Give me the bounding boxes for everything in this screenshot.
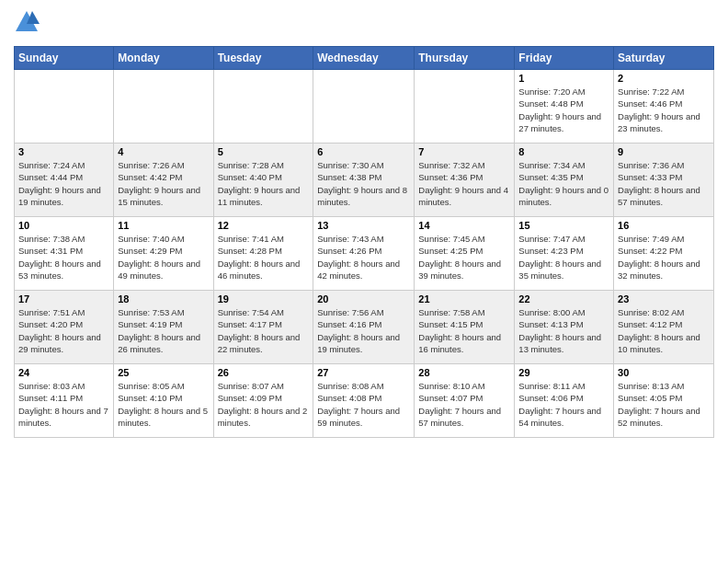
calendar-cell [114,70,213,144]
calendar-cell: 28Sunrise: 8:10 AM Sunset: 4:07 PM Dayli… [415,364,515,438]
day-number: 17 [18,293,109,304]
logo [14,9,43,39]
day-number: 11 [118,220,209,231]
day-info: Sunrise: 7:26 AM Sunset: 4:42 PM Dayligh… [118,159,209,208]
calendar-cell: 5Sunrise: 7:28 AM Sunset: 4:40 PM Daylig… [213,144,313,217]
day-number: 30 [618,367,710,378]
calendar-cell: 13Sunrise: 7:43 AM Sunset: 4:26 PM Dayli… [313,217,415,291]
calendar-cell: 6Sunrise: 7:30 AM Sunset: 4:38 PM Daylig… [313,144,415,217]
calendar-cell: 1Sunrise: 7:20 AM Sunset: 4:48 PM Daylig… [515,70,614,144]
calendar-cell: 29Sunrise: 8:11 AM Sunset: 4:06 PM Dayli… [515,364,614,438]
day-of-week-header: Friday [515,47,614,70]
day-number: 22 [518,293,609,304]
day-number: 26 [218,367,310,378]
day-info: Sunrise: 7:38 AM Sunset: 4:31 PM Dayligh… [18,233,109,282]
day-number: 16 [618,220,710,231]
day-number: 7 [418,146,510,157]
day-info: Sunrise: 7:53 AM Sunset: 4:19 PM Dayligh… [118,306,209,355]
day-number: 8 [518,146,609,157]
day-info: Sunrise: 8:11 AM Sunset: 4:06 PM Dayligh… [518,380,609,429]
day-info: Sunrise: 8:10 AM Sunset: 4:07 PM Dayligh… [418,380,510,429]
day-info: Sunrise: 7:47 AM Sunset: 4:23 PM Dayligh… [518,233,609,282]
day-number: 14 [418,220,510,231]
calendar-cell: 24Sunrise: 8:03 AM Sunset: 4:11 PM Dayli… [15,364,114,438]
day-info: Sunrise: 8:02 AM Sunset: 4:12 PM Dayligh… [618,306,710,355]
calendar-cell: 26Sunrise: 8:07 AM Sunset: 4:09 PM Dayli… [213,364,313,438]
calendar-cell: 30Sunrise: 8:13 AM Sunset: 4:05 PM Dayli… [614,364,714,438]
day-of-week-header: Saturday [614,47,714,70]
calendar-cell: 27Sunrise: 8:08 AM Sunset: 4:08 PM Dayli… [313,364,415,438]
day-number: 25 [118,367,209,378]
day-of-week-header: Monday [114,47,213,70]
calendar-week-row: 3Sunrise: 7:24 AM Sunset: 4:44 PM Daylig… [15,144,714,217]
calendar-week-row: 1Sunrise: 7:20 AM Sunset: 4:48 PM Daylig… [15,70,714,144]
calendar-week-row: 24Sunrise: 8:03 AM Sunset: 4:11 PM Dayli… [15,364,714,438]
day-info: Sunrise: 7:43 AM Sunset: 4:26 PM Dayligh… [317,233,410,282]
day-number: 21 [418,293,510,304]
calendar-cell: 2Sunrise: 7:22 AM Sunset: 4:46 PM Daylig… [614,70,714,144]
calendar-cell: 17Sunrise: 7:51 AM Sunset: 4:20 PM Dayli… [15,291,114,364]
calendar-cell: 23Sunrise: 8:02 AM Sunset: 4:12 PM Dayli… [614,291,714,364]
calendar-table: SundayMondayTuesdayWednesdayThursdayFrid… [14,46,714,438]
day-info: Sunrise: 7:32 AM Sunset: 4:36 PM Dayligh… [418,159,510,208]
day-info: Sunrise: 7:41 AM Sunset: 4:28 PM Dayligh… [218,233,310,282]
day-number: 15 [518,220,609,231]
calendar-cell: 18Sunrise: 7:53 AM Sunset: 4:19 PM Dayli… [114,291,213,364]
day-info: Sunrise: 7:49 AM Sunset: 4:22 PM Dayligh… [618,233,710,282]
day-info: Sunrise: 7:34 AM Sunset: 4:35 PM Dayligh… [518,159,609,208]
calendar-cell: 25Sunrise: 8:05 AM Sunset: 4:10 PM Dayli… [114,364,213,438]
day-of-week-header: Wednesday [313,47,415,70]
day-info: Sunrise: 7:54 AM Sunset: 4:17 PM Dayligh… [218,306,310,355]
day-number: 10 [18,220,109,231]
day-number: 27 [317,367,410,378]
calendar-cell: 15Sunrise: 7:47 AM Sunset: 4:23 PM Dayli… [515,217,614,291]
calendar-cell [313,70,415,144]
page-container: SundayMondayTuesdayWednesdayThursdayFrid… [0,0,728,563]
day-number: 24 [18,367,109,378]
calendar-cell: 11Sunrise: 7:40 AM Sunset: 4:29 PM Dayli… [114,217,213,291]
day-number: 1 [518,73,609,84]
day-number: 19 [218,293,310,304]
day-info: Sunrise: 7:58 AM Sunset: 4:15 PM Dayligh… [418,306,510,355]
calendar-cell [213,70,313,144]
logo-icon [14,9,40,35]
day-info: Sunrise: 7:40 AM Sunset: 4:29 PM Dayligh… [118,233,209,282]
day-info: Sunrise: 7:24 AM Sunset: 4:44 PM Dayligh… [18,159,109,208]
calendar-cell: 14Sunrise: 7:45 AM Sunset: 4:25 PM Dayli… [415,217,515,291]
day-number: 6 [317,146,410,157]
day-number: 12 [218,220,310,231]
day-number: 2 [618,73,710,84]
day-info: Sunrise: 8:13 AM Sunset: 4:05 PM Dayligh… [618,380,710,429]
day-number: 23 [618,293,710,304]
day-number: 9 [618,146,710,157]
calendar-cell: 19Sunrise: 7:54 AM Sunset: 4:17 PM Dayli… [213,291,313,364]
calendar-cell: 3Sunrise: 7:24 AM Sunset: 4:44 PM Daylig… [15,144,114,217]
calendar-cell: 22Sunrise: 8:00 AM Sunset: 4:13 PM Dayli… [515,291,614,364]
calendar-cell: 16Sunrise: 7:49 AM Sunset: 4:22 PM Dayli… [614,217,714,291]
calendar-cell: 20Sunrise: 7:56 AM Sunset: 4:16 PM Dayli… [313,291,415,364]
calendar-header-row: SundayMondayTuesdayWednesdayThursdayFrid… [15,47,714,70]
day-info: Sunrise: 7:56 AM Sunset: 4:16 PM Dayligh… [317,306,410,355]
day-of-week-header: Thursday [415,47,515,70]
day-number: 20 [317,293,410,304]
day-info: Sunrise: 8:03 AM Sunset: 4:11 PM Dayligh… [18,380,109,429]
day-info: Sunrise: 8:00 AM Sunset: 4:13 PM Dayligh… [518,306,609,355]
day-of-week-header: Sunday [15,47,114,70]
day-info: Sunrise: 7:36 AM Sunset: 4:33 PM Dayligh… [618,159,710,208]
calendar-cell: 9Sunrise: 7:36 AM Sunset: 4:33 PM Daylig… [614,144,714,217]
calendar-week-row: 10Sunrise: 7:38 AM Sunset: 4:31 PM Dayli… [15,217,714,291]
header [14,9,714,39]
calendar-cell: 21Sunrise: 7:58 AM Sunset: 4:15 PM Dayli… [415,291,515,364]
day-info: Sunrise: 8:07 AM Sunset: 4:09 PM Dayligh… [218,380,310,429]
day-number: 28 [418,367,510,378]
calendar-cell [15,70,114,144]
day-number: 4 [118,146,209,157]
day-info: Sunrise: 7:28 AM Sunset: 4:40 PM Dayligh… [218,159,310,208]
calendar-week-row: 17Sunrise: 7:51 AM Sunset: 4:20 PM Dayli… [15,291,714,364]
day-number: 18 [118,293,209,304]
calendar-cell: 10Sunrise: 7:38 AM Sunset: 4:31 PM Dayli… [15,217,114,291]
day-info: Sunrise: 7:30 AM Sunset: 4:38 PM Dayligh… [317,159,410,208]
day-number: 5 [218,146,310,157]
day-info: Sunrise: 7:51 AM Sunset: 4:20 PM Dayligh… [18,306,109,355]
day-number: 13 [317,220,410,231]
